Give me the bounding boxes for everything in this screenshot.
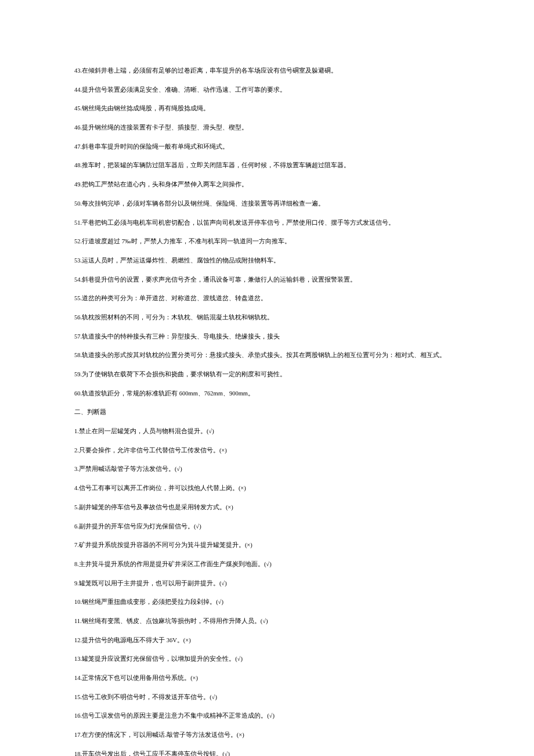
judgement-item: 1.禁止在同一层罐笼内，人员与物料混合提升。(√) bbox=[74, 427, 460, 436]
fill-blank-item: 56.轨枕按照材料的不同，可分为：木轨枕、钢筋混凝土轨枕和钢轨枕。 bbox=[74, 314, 460, 322]
fill-blank-item: 60.轨道按轨距分，常规的标准轨距有 600mm、762mm、900mm。 bbox=[74, 390, 460, 398]
judgement-item: 5.副井罐笼的停车信号及事故信号也是采用转发方式。(×) bbox=[74, 503, 460, 512]
document-page: 43.在倾斜井巷上端，必须留有足够的过卷距离，串车提升的各车场应设有信号硐室及躲… bbox=[0, 0, 534, 756]
fill-blank-item: 55.道岔的种类可分为：单开道岔、对称道岔、渡线道岔、转盘道岔。 bbox=[74, 294, 460, 303]
fill-blank-item: 52.行道坡度超过 7‰时，严禁人力推车，不准与机车同一轨道同一方向推车。 bbox=[74, 237, 460, 246]
judgement-item: 16.信号工误发信号的原因主要是注意力不集中或精神不正常造成的。(√) bbox=[74, 712, 460, 721]
fill-blank-item: 44.提升信号装置必须满足安全、准确、清晰、动作迅速、工作可靠的要求。 bbox=[74, 86, 460, 95]
judgement-item: 6.副井提升的开车信号应为灯光保留信号。(√) bbox=[74, 523, 460, 531]
fill-blank-item: 49.把钩工严禁站在道心内，头和身体严禁伸入两车之间操作。 bbox=[74, 181, 460, 189]
fill-blank-item: 54.斜巷提升信号的设置，要求声光信号齐全，通讯设备可靠，兼做行人的运输斜巷，设… bbox=[74, 276, 460, 285]
fill-blank-item: 45.钢丝绳先由钢丝捻成绳股，再有绳股捻成绳。 bbox=[74, 105, 460, 113]
judgement-item: 7.矿井提升系统按提升容器的不同可分为箕斗提升罐笼提升。(×) bbox=[74, 541, 460, 550]
judgement-item: 14.正常情况下也可以使用备用信号系统。(×) bbox=[74, 674, 460, 683]
judgement-item: 17.在方便的情况下，可以用喊话.敲管子等方法发送信号。(×) bbox=[74, 731, 460, 740]
section-heading-judgement: 二、判断题 bbox=[74, 408, 460, 417]
fill-blank-item: 58.轨道接头的形式按其对轨枕的位置分类可分：悬接式接头、承垫式接头。按其在两股… bbox=[74, 351, 460, 360]
fill-blank-item: 48.推车时，把装罐的车辆防过阻车器后，立即关闭阻车器，任何时候，不得放置车辆超… bbox=[74, 161, 460, 170]
fill-blank-item: 50.每次挂钩完毕，必须对车辆各部分以及钢丝绳、保险绳、连接装置等再详细检查一遍… bbox=[74, 200, 460, 208]
judgement-item: 13.罐笼提升应设置灯光保留信号，以增加提升的安全性。(√) bbox=[74, 655, 460, 664]
judgement-item: 11.钢丝绳有变黑、锈皮、点蚀麻坑等损伤时，不得用作升降人员。(√) bbox=[74, 617, 460, 626]
fill-blank-item: 46.提升钢丝绳的连接装置有卡子型、插接型、滑头型、楔型。 bbox=[74, 124, 460, 132]
fill-blank-item: 43.在倾斜井巷上端，必须留有足够的过卷距离，串车提升的各车场应设有信号硐室及躲… bbox=[74, 67, 460, 75]
judgement-item: 12.提升信号的电源电压不得大于 36V。(×) bbox=[74, 636, 460, 645]
fill-blank-item: 57.轨道接头中的特种接头有三种：异型接头、导电接头、绝缘接头，接头 bbox=[74, 333, 460, 341]
judgement-item: 15.信号工收到不明信号时，不得发送开车信号。(√) bbox=[74, 693, 460, 702]
fill-blank-item: 59.为了使钢轨在载荷下不会损伤和挠曲，要求钢轨有一定的刚度和可挠性。 bbox=[74, 370, 460, 379]
judgement-item: 2.只要会操作，允许非信号工代替信号工传发信号。(×) bbox=[74, 447, 460, 455]
fill-blank-item: 51.平巷把钩工必须与电机车司机密切配合，以笛声向司机发送开停车信号，严禁使用口… bbox=[74, 219, 460, 228]
judgement-item: 8.主井箕斗提升系统的作用是提升矿井采区工作面生产煤炭到地面。(√) bbox=[74, 560, 460, 569]
judgement-item: 10.钢丝绳严重扭曲或变形，必须把受拉力段剁掉。(√) bbox=[74, 598, 460, 607]
judgement-item: 4.信号工有事可以离开工作岗位，并可以找他人代替上岗。(×) bbox=[74, 484, 460, 493]
judgement-item: 3.严禁用喊话敲管子等方法发信号。(√) bbox=[74, 465, 460, 474]
judgement-item: 9.罐笼既可以用于主井提升，也可以用于副井提升。(√) bbox=[74, 579, 460, 588]
fill-blank-item: 47.斜巷串车提升时间的保险绳一般有单绳式和环绳式。 bbox=[74, 143, 460, 152]
fill-blank-item: 53.运送人员时，严禁运送爆炸性、易燃性、腐蚀性的物品或附挂物料车。 bbox=[74, 257, 460, 265]
judgement-item: 18.开车信号发出后，信号工应手不离停车信号按钮。(√) bbox=[74, 750, 460, 756]
